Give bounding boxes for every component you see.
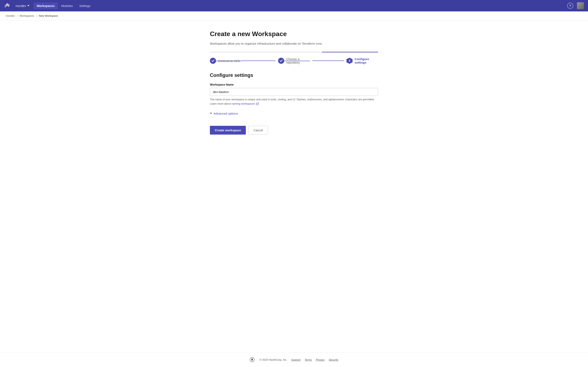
footer-terms-link[interactable]: Terms xyxy=(305,358,312,361)
naming-workspaces-link[interactable]: naming workspaces xyxy=(232,102,259,105)
help-button[interactable]: ? xyxy=(567,3,573,9)
navbar-logo xyxy=(4,2,11,9)
page-description: Workspaces allow you to organize infrast… xyxy=(210,42,378,45)
stepper-step-1: Connect to VCS xyxy=(210,58,242,64)
breadcrumb-workspaces[interactable]: Workspaces xyxy=(20,14,34,17)
breadcrumb-sep-2: / xyxy=(36,14,37,17)
breadcrumb-sep-1: / xyxy=(17,14,17,17)
user-avatar[interactable] xyxy=(577,2,584,9)
advanced-options-toggle[interactable]: Advanced options xyxy=(210,111,238,116)
step-3-label: Configure settings xyxy=(355,57,378,64)
org-selector[interactable]: mzcdev xyxy=(14,3,31,9)
step-3-icon: 3 xyxy=(346,58,353,64)
step-2-label: Choose a repository xyxy=(286,57,310,64)
nav-modules[interactable]: Modules xyxy=(58,2,76,9)
stepper-step-3: 3 Configure settings xyxy=(346,57,378,64)
footer-security-link[interactable]: Security xyxy=(329,358,338,361)
cancel-button[interactable]: Cancel xyxy=(248,126,268,134)
breadcrumb-org[interactable]: mzcdev xyxy=(6,14,15,17)
advanced-options-chevron-icon xyxy=(210,113,212,114)
step-1-label: Connect to VCS xyxy=(218,59,240,63)
org-dropdown-icon xyxy=(27,5,29,6)
step-2-icon xyxy=(278,58,284,64)
workspace-name-hint: The name of your workspace is unique and… xyxy=(210,98,378,106)
breadcrumb-current: New Workspace xyxy=(39,14,58,17)
page-title: Create a new Workspace xyxy=(210,30,378,38)
nav-workspaces[interactable]: Workspaces xyxy=(34,2,58,9)
create-workspace-button[interactable]: Create workspace xyxy=(210,126,246,134)
main-content: Create a new Workspace Workspaces allow … xyxy=(204,20,384,352)
configure-settings-title: Configure settings xyxy=(210,72,378,78)
breadcrumb: mzcdev / Workspaces / New Workspace xyxy=(0,11,588,20)
nav-settings[interactable]: Settings xyxy=(76,2,94,9)
stepper-step-2: Choose a repository xyxy=(278,57,310,64)
workspace-name-label: Workspace Name xyxy=(210,83,378,86)
form-actions: Create workspace Cancel xyxy=(210,126,378,134)
main-nav: Workspaces Modules Settings xyxy=(34,2,94,9)
step-1-icon xyxy=(210,58,216,64)
footer-privacy-link[interactable]: Privacy xyxy=(316,358,325,361)
workspace-name-field: Workspace Name The name of your workspac… xyxy=(210,83,378,106)
org-name: mzcdev xyxy=(16,4,26,8)
configure-settings-section: Configure settings Workspace Name The na… xyxy=(210,72,378,116)
footer: © 2020 HashiCorp, Inc. Support Terms Pri… xyxy=(0,352,588,367)
footer-support-link[interactable]: Support xyxy=(291,358,301,361)
workspace-name-input[interactable] xyxy=(210,88,378,96)
stepper: Connect to VCS Choose a repository 3 Con… xyxy=(210,57,378,64)
footer-copyright: © 2020 HashiCorp, Inc. xyxy=(259,358,287,361)
external-link-icon xyxy=(256,103,259,105)
navbar: mzcdev Workspaces Modules Settings ? xyxy=(0,0,588,11)
hashicorp-logo xyxy=(250,357,255,362)
